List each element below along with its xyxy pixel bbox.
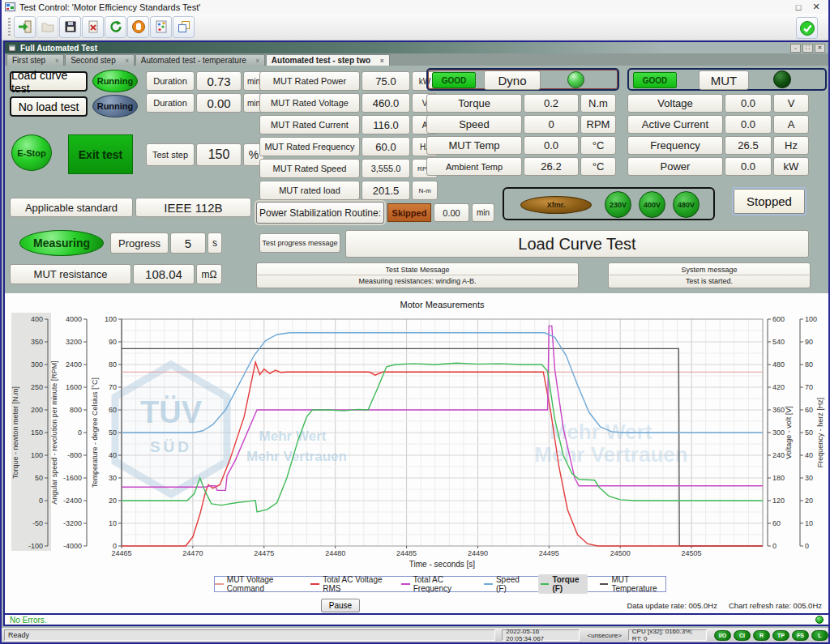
system-message-text: Test is started. <box>610 275 809 285</box>
svg-text:Mehr Wert: Mehr Wert <box>550 420 652 444</box>
test-progress-message-label: Test progress message <box>259 233 340 253</box>
xfmr-tap-480v: 480V <box>673 191 700 218</box>
abort-button[interactable] <box>127 16 149 38</box>
dyno-group: GOOD Dyno <box>426 68 619 91</box>
rated-3-label: MUT Rated Frequency <box>259 137 360 156</box>
mut-2-value: 26.5 <box>725 136 772 155</box>
system-message-box: System message Test is started. <box>608 262 811 288</box>
tab-strip: First stepxSecond stepxAutomated test - … <box>5 53 828 66</box>
no-load-test-button[interactable]: No load test <box>10 96 88 117</box>
svg-text:24495: 24495 <box>539 549 559 557</box>
rated-5-label: MUT rated load <box>259 181 360 200</box>
mut-1-value: 0.0 <box>725 115 772 134</box>
data-update-rate: Data update rate: 005.0Hz <box>627 601 717 610</box>
legend-item-total-ac-frequency[interactable]: Total AC Frequency <box>401 575 472 593</box>
mut-3-label: Power <box>627 157 723 176</box>
mdi-maximize-button[interactable]: ⛶ <box>802 44 813 53</box>
mut-row-1: Active Current0.0A <box>627 115 809 134</box>
toolbar <box>2 14 828 41</box>
test-step-label: Test step <box>146 143 195 166</box>
applicable-standard-label: Applicable standard <box>10 198 133 217</box>
rated-row-1: MUT Rated Voltage460.0V <box>259 93 438 113</box>
svg-text:24470: 24470 <box>182 549 203 557</box>
delete-button[interactable] <box>82 16 104 38</box>
legend-label: MUT Voltage Command <box>227 575 299 593</box>
svg-text:-4000: -4000 <box>63 542 82 550</box>
open-folder-icon <box>41 19 55 34</box>
exit-test-button[interactable]: Exit test <box>68 134 133 174</box>
tab-first-step[interactable]: First stepx <box>6 54 64 66</box>
svg-text:60: 60 <box>805 406 813 414</box>
mdi-minimize-button[interactable]: ▫ <box>790 44 801 53</box>
dyno-0-unit: N.m <box>580 94 616 113</box>
stopped-button[interactable]: Stopped <box>734 189 805 214</box>
mut-row-3: Power0.0kW <box>627 157 809 176</box>
confirm-button[interactable] <box>796 17 818 39</box>
options-button[interactable] <box>150 16 172 38</box>
refresh-button[interactable] <box>105 16 126 38</box>
svg-text:100: 100 <box>805 315 817 323</box>
legend-label: Speed (F) <box>496 575 526 593</box>
svg-text:350: 350 <box>31 338 43 346</box>
dyno-1-label: Speed <box>426 115 522 134</box>
dyno-status-badge: GOOD <box>432 72 476 88</box>
tab-automated-test-step-two[interactable]: Automated test - step twox <box>266 54 390 66</box>
legend-item-speed-f-[interactable]: Speed (F) <box>484 575 525 593</box>
tab-second-step[interactable]: Second stepx <box>65 54 135 66</box>
svg-text:0: 0 <box>805 542 809 550</box>
legend-item-mut-temperature[interactable]: MUT Temperature <box>600 575 665 593</box>
legend-item-mut-voltage-command[interactable]: MUT Voltage Command <box>215 575 298 593</box>
svg-text:0: 0 <box>772 542 777 550</box>
svg-text:400: 400 <box>31 315 43 323</box>
exit-door-button[interactable] <box>14 16 36 38</box>
svg-text:Frequency - herz [Hz]: Frequency - herz [Hz] <box>816 398 824 468</box>
power-stabilization-label: Power Stabilization Routine: <box>256 202 384 224</box>
rated-2-label: MUT Rated Current <box>259 115 360 134</box>
load-curve-test-button[interactable]: Load curve test <box>10 71 88 92</box>
mut-2-label: Frequency <box>627 136 723 155</box>
no-load-status-indicator: Running <box>92 95 138 117</box>
tab-label: Automated test - step two <box>272 56 370 65</box>
legend-color-dash <box>401 583 410 585</box>
mut-1-label: Active Current <box>627 115 723 134</box>
legend-label: Total AC Voltage RMS <box>323 575 389 593</box>
duration-rows: Duration0.73minDuration0.00min <box>146 71 264 113</box>
mut-3-unit: kW <box>773 157 809 176</box>
tab-close-icon[interactable]: x <box>380 57 383 64</box>
rated-row-0: MUT Rated Power75.0kW <box>259 71 438 91</box>
estop-button[interactable]: E-Stop <box>11 134 52 171</box>
stabilization-value: 0.00 <box>434 203 469 222</box>
save-button[interactable] <box>59 16 81 38</box>
legend-item-total-ac-voltage-rms[interactable]: Total AC Voltage RMS <box>310 575 389 593</box>
windows-button[interactable] <box>173 16 195 38</box>
svg-text:24485: 24485 <box>396 549 417 557</box>
legend-label: Torque (F) <box>552 575 584 593</box>
tab-label: First step <box>12 56 45 65</box>
options-icon <box>154 19 169 34</box>
test-state-message-text: Measuring resistances: winding A-B. <box>258 275 577 285</box>
close-button[interactable]: ✕ <box>807 2 825 13</box>
mdi-close-button[interactable]: ✕ <box>815 44 825 53</box>
dyno-label: Dyno <box>484 70 541 90</box>
svg-text:2400: 2400 <box>66 360 82 369</box>
svg-text:250: 250 <box>31 383 43 391</box>
test-progress-message-value: Load Curve Test <box>345 230 809 258</box>
open-button[interactable] <box>36 16 58 38</box>
maximize-button[interactable]: □ <box>789 2 807 13</box>
svg-text:Mehr Wert: Mehr Wert <box>259 429 327 444</box>
svg-text:150: 150 <box>31 429 43 437</box>
dyno-row-3: Ambient Temp26.2°C <box>426 157 616 176</box>
tab-close-icon[interactable]: x <box>256 57 259 64</box>
rated-1-label: MUT Rated Voltage <box>259 93 360 113</box>
tab-close-icon[interactable]: x <box>126 57 129 64</box>
legend-color-dash <box>310 583 319 585</box>
rated-3-value: 60.0 <box>362 137 410 156</box>
svg-text:240: 240 <box>772 451 785 459</box>
tab-close-icon[interactable]: x <box>55 57 58 64</box>
legend-item-torque-f-[interactable]: Torque (F) <box>538 574 588 594</box>
tab-automated-test-temperature[interactable]: Automated test - temperaturex <box>135 54 265 66</box>
error-refresh-icon[interactable] <box>815 616 824 624</box>
delete-icon <box>86 19 101 34</box>
pause-button[interactable]: Pause <box>321 599 360 612</box>
svg-text:-1600: -1600 <box>63 474 82 482</box>
